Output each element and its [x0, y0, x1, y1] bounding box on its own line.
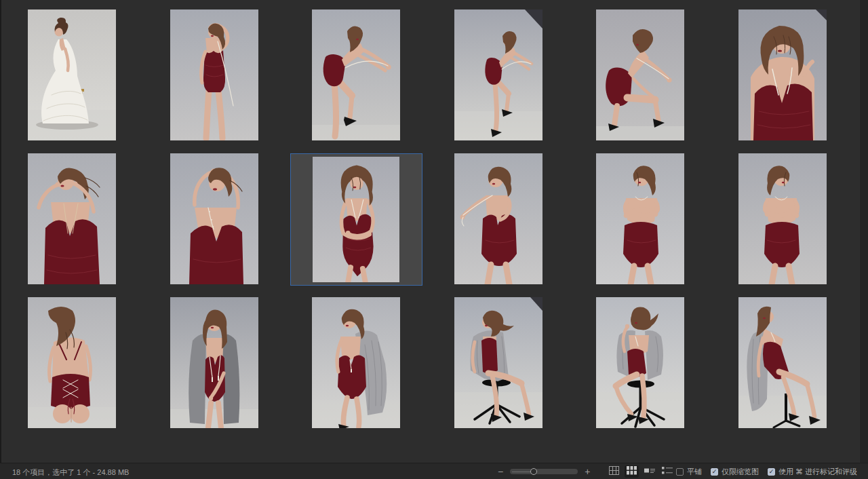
- thumbnail-size-slider[interactable]: [510, 469, 578, 474]
- toggle-thumbnails-only[interactable]: ✓ 仅限缩览图: [711, 467, 759, 477]
- thumbnail-cell[interactable]: [574, 9, 706, 143]
- thumbnail-cell[interactable]: [6, 153, 138, 287]
- thumbnail-cell[interactable]: [149, 153, 280, 287]
- bridge-content-window: 18 个项目，选中了 1 个 - 24.88 MB − +: [0, 0, 868, 479]
- toggle-cmd-rating-label: 使用 ⌘ 进行标记和评级: [778, 467, 857, 477]
- thumbnail-cell[interactable]: [574, 153, 706, 287]
- photo-thumbnail[interactable]: [170, 9, 258, 140]
- details-view-icon: [644, 465, 655, 478]
- thumbnail-cell[interactable]: [290, 297, 422, 431]
- toggle-tile[interactable]: ✓ 平铺: [676, 467, 702, 477]
- thumbnail-cell[interactable]: [149, 297, 280, 431]
- thumbnail-cell-selected[interactable]: [290, 153, 422, 286]
- thumbnail-grid-view-button[interactable]: [625, 465, 639, 478]
- thumbnail-cell[interactable]: [433, 153, 564, 287]
- thumbnail-cell[interactable]: [717, 9, 848, 143]
- grid-lock-view-button[interactable]: [607, 465, 621, 478]
- toggle-tile-label: 平铺: [687, 467, 702, 477]
- thumbnail-cell[interactable]: [433, 297, 564, 431]
- status-bar: 18 个项目，选中了 1 个 - 24.88 MB − +: [0, 463, 868, 479]
- toggle-cmd-rating[interactable]: ✓ 使用 ⌘ 进行标记和评级: [768, 467, 857, 477]
- photo-thumbnail[interactable]: [28, 297, 116, 428]
- list-view-button[interactable]: [660, 465, 674, 478]
- thumbnail-size-control: − +: [498, 463, 590, 479]
- toggle-thumbnails-only-label: 仅限缩览图: [722, 467, 759, 477]
- zoom-out-button[interactable]: −: [498, 467, 503, 476]
- photo-thumbnail[interactable]: [312, 297, 400, 428]
- thumbnail-cell[interactable]: [717, 297, 848, 431]
- thumbnail-cell[interactable]: [574, 297, 706, 431]
- photo-thumbnail[interactable]: [596, 153, 684, 284]
- status-bar-toggles: ✓ 平铺 ✓ 仅限缩览图 ✓ 使用 ⌘ 进行标记和评级: [676, 463, 857, 479]
- checkbox-cmd-rating[interactable]: ✓: [768, 468, 775, 476]
- slider-thumb[interactable]: [530, 468, 537, 475]
- item-count-summary: 18 个项目，选中了 1 个 - 24.88 MB: [12, 467, 129, 478]
- photo-thumbnail[interactable]: [170, 297, 258, 428]
- list-view-icon: [662, 465, 673, 478]
- thumbnail-cell[interactable]: [6, 9, 138, 143]
- details-view-button[interactable]: [642, 465, 656, 478]
- thumbnail-cell[interactable]: [717, 153, 848, 287]
- photo-thumbnail[interactable]: [28, 153, 116, 284]
- photo-thumbnail[interactable]: [312, 9, 400, 140]
- grid-lock-view-icon: [609, 465, 619, 478]
- photo-thumbnail[interactable]: [738, 153, 827, 284]
- thumbnail-cell[interactable]: [433, 9, 564, 143]
- vertical-scrollbar[interactable]: [859, 0, 868, 463]
- zoom-in-button[interactable]: +: [585, 467, 590, 476]
- photo-thumbnail[interactable]: [454, 297, 542, 428]
- view-mode-buttons: [607, 465, 674, 478]
- thumbnail-grid-panel: [0, 0, 868, 463]
- photo-thumbnail[interactable]: [454, 153, 542, 284]
- photo-thumbnail[interactable]: [454, 9, 542, 140]
- photo-thumbnail[interactable]: [28, 9, 116, 140]
- photo-thumbnail[interactable]: [596, 297, 684, 428]
- thumbnail-grid-view-icon: [627, 465, 637, 478]
- photo-thumbnail[interactable]: [738, 9, 827, 140]
- checkbox-tile[interactable]: ✓: [676, 468, 684, 476]
- photo-thumbnail[interactable]: [313, 157, 399, 282]
- thumbnail-cell[interactable]: [149, 9, 280, 143]
- checkbox-thumbnails-only[interactable]: ✓: [711, 468, 718, 476]
- photo-thumbnail[interactable]: [738, 297, 827, 428]
- photo-thumbnail[interactable]: [170, 153, 258, 284]
- thumbnail-cell[interactable]: [6, 297, 138, 431]
- thumbnail-cell[interactable]: [290, 9, 422, 143]
- panel-left-divider: [0, 0, 1, 463]
- slider-track-line: [512, 472, 532, 472]
- photo-thumbnail[interactable]: [596, 9, 684, 140]
